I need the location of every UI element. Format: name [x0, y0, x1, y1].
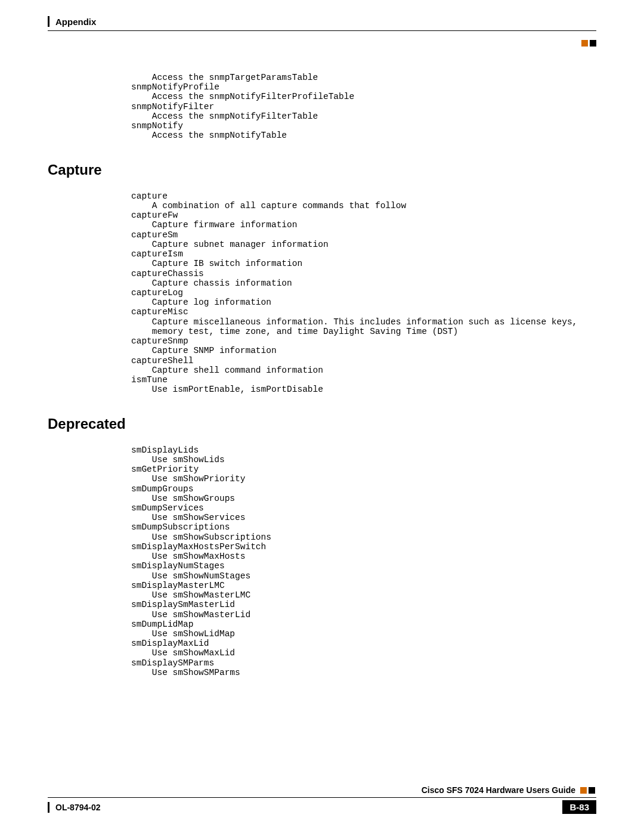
header-rule	[48, 30, 596, 31]
footer-tick-mark	[48, 802, 49, 813]
page-footer: Cisco SFS 7024 Hardware Users Guide OL-8…	[48, 785, 596, 814]
square-icon	[589, 787, 595, 794]
square-icon	[590, 40, 596, 47]
square-accent-icon	[580, 787, 587, 794]
deprecated-heading: Deprecated	[48, 416, 596, 432]
header-tick-mark	[48, 16, 49, 27]
header-decoration-squares	[581, 40, 596, 47]
footer-doc-id: OL-8794-02	[55, 803, 100, 812]
deprecated-commands-block: smDisplayLids Use smShowLids smGetPriori…	[131, 445, 596, 678]
capture-commands-block: capture A combination of all capture com…	[131, 191, 596, 395]
square-accent-icon	[581, 40, 588, 47]
page-content: Access the snmpTargetParamsTable snmpNot…	[48, 73, 596, 677]
footer-rule	[48, 797, 596, 798]
capture-heading: Capture	[48, 162, 596, 178]
footer-book-title: Cisco SFS 7024 Hardware Users Guide	[422, 785, 575, 795]
snmp-access-block: Access the snmpTargetParamsTable snmpNot…	[131, 73, 596, 141]
page-number-badge: B-83	[562, 800, 596, 814]
header-section-label: Appendix	[55, 17, 96, 27]
footer-decoration-squares	[580, 787, 595, 794]
running-header: Appendix	[48, 15, 596, 28]
